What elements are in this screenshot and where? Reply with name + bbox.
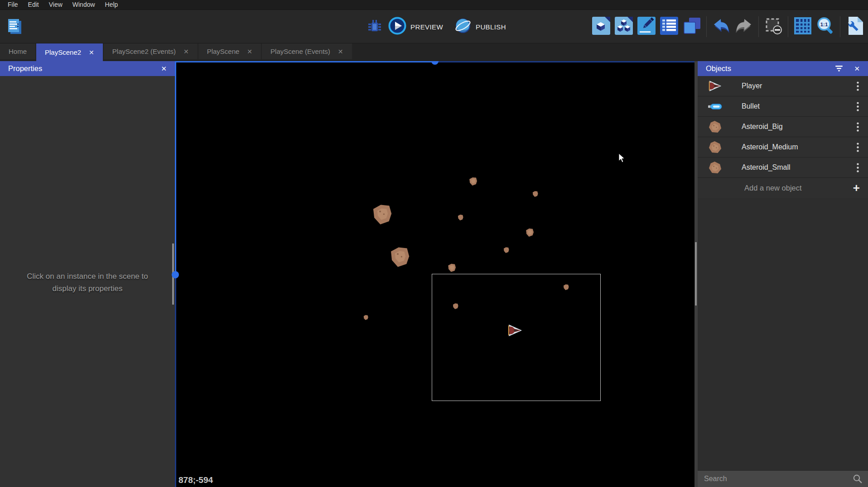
toolbar-right: 1:1 [591, 10, 865, 43]
properties-panel-header: Properties ✕ [0, 61, 175, 76]
object-name: Asteroid_Medium [742, 143, 798, 151]
toolbar-center: PREVIEW PUBLISH [364, 10, 514, 43]
tab-close-icon[interactable]: ✕ [89, 49, 94, 56]
filter-icon[interactable] [835, 65, 843, 72]
toolbar-separator [706, 16, 707, 37]
preview-button[interactable]: PREVIEW [388, 16, 443, 37]
tab-playscene2[interactable]: PlayScene2✕ [36, 43, 103, 61]
object-row-asteroid_medium[interactable]: Asteroid_Medium [698, 137, 868, 158]
player-ship-icon [707, 80, 723, 92]
instances-list-button[interactable] [659, 16, 680, 37]
plus-icon: + [853, 182, 860, 194]
undo-icon [711, 16, 731, 38]
add-new-object-button[interactable]: Add a new object + [698, 178, 868, 198]
tab-label: PlayScene2 [45, 48, 81, 56]
properties-panel: Properties ✕ Click on an instance in the… [0, 61, 175, 487]
debug-button[interactable] [364, 16, 385, 37]
object-name: Bullet [742, 102, 760, 110]
menu-item-help[interactable]: Help [100, 0, 123, 10]
object-row-asteroid_small[interactable]: Asteroid_Small [698, 158, 868, 178]
tab-playscene2-events-[interactable]: PlayScene2 (Events)✕ [104, 43, 198, 59]
objects-panel: Objects ✕ PlayerBulletAsteroid_BigAstero… [698, 61, 868, 487]
grid-icon [793, 16, 812, 37]
h-scrollbar-track-rest[interactable] [435, 61, 694, 62]
tab-label: PlayScene2 (Events) [112, 48, 176, 55]
camera-border [432, 274, 601, 401]
object-groups-icon [614, 16, 634, 38]
object-name: Player [742, 82, 762, 90]
project-manager-button[interactable] [5, 16, 25, 37]
objects-list: PlayerBulletAsteroid_BigAsteroid_MediumA… [698, 76, 868, 178]
svg-text:1:1: 1:1 [820, 22, 828, 27]
scene-canvas[interactable]: 878;-594 [175, 61, 694, 487]
tab-label: PlayScene (Events) [270, 48, 330, 55]
object-row-player[interactable]: Player [698, 76, 868, 96]
menu-item-window[interactable]: Window [68, 0, 100, 10]
menu-item-edit[interactable]: Edit [23, 0, 44, 10]
kebab-menu-icon[interactable] [857, 163, 859, 172]
tab-label: PlayScene [207, 48, 240, 55]
object-row-bullet[interactable]: Bullet [698, 96, 868, 117]
objects-panel-title: Objects [706, 64, 731, 73]
v-scrollbar-track-rest[interactable] [175, 275, 176, 487]
scene-properties-button[interactable] [844, 16, 865, 37]
kebab-menu-icon[interactable] [857, 122, 859, 132]
objects-panel-header: Objects ✕ [698, 61, 868, 76]
redo-icon [734, 16, 754, 38]
cursor-coordinates: 878;-594 [178, 475, 213, 485]
asteroid-icon [707, 120, 723, 134]
objects-search-bar [698, 470, 868, 487]
play-icon [388, 16, 407, 37]
bullet-icon [707, 102, 723, 111]
instances-list-icon [659, 16, 679, 38]
add-new-object-label: Add a new object [744, 184, 802, 192]
tab-playscene-events-[interactable]: PlayScene (Events)✕ [262, 43, 352, 59]
close-icon[interactable]: ✕ [161, 65, 167, 73]
kebab-menu-icon[interactable] [857, 81, 859, 91]
window-mask-icon [763, 16, 783, 38]
toolbar-separator [758, 16, 759, 37]
menu-bar: FileEditViewWindowHelp [0, 0, 868, 10]
layers-icon [682, 16, 702, 38]
window-mask-button[interactable] [763, 16, 784, 37]
redo-button[interactable] [733, 16, 754, 37]
object-groups-button[interactable] [613, 16, 634, 37]
asteroid-icon [707, 161, 723, 174]
layers-button[interactable] [681, 16, 702, 37]
v-scrollbar-track[interactable] [175, 61, 176, 275]
preview-label: PREVIEW [410, 23, 443, 31]
properties-edit-icon [637, 16, 656, 38]
search-icon [853, 474, 863, 484]
publish-button[interactable]: PUBLISH [454, 17, 506, 37]
tab-playscene[interactable]: PlayScene✕ [198, 43, 261, 59]
scene-properties-icon [846, 16, 864, 38]
undo-button[interactable] [711, 16, 732, 37]
object-row-asteroid_big[interactable]: Asteroid_Big [698, 117, 868, 137]
menu-item-file[interactable]: File [3, 0, 23, 10]
gdevelop-window: FileEditViewWindowHelp PREVIEW PUBLISH 1… [0, 0, 868, 487]
close-icon[interactable]: ✕ [854, 65, 860, 73]
canvas-scrollbar[interactable] [695, 242, 697, 306]
v-scroll-handle[interactable] [172, 271, 179, 278]
panel-divider[interactable] [694, 61, 698, 487]
zoom-1-1-button[interactable]: 1:1 [815, 16, 836, 37]
object-name: Asteroid_Small [742, 163, 791, 172]
objects-search-input[interactable] [698, 474, 853, 483]
publish-label: PUBLISH [476, 23, 506, 31]
kebab-menu-icon[interactable] [857, 102, 859, 111]
properties-edit-button[interactable] [636, 16, 657, 37]
menu-item-view[interactable]: View [44, 0, 68, 10]
tab-bar: HomePlayScene2✕PlayScene2 (Events)✕PlayS… [0, 43, 868, 61]
properties-panel-title: Properties [8, 64, 42, 73]
grid-button[interactable] [792, 16, 813, 37]
tab-close-icon[interactable]: ✕ [183, 48, 189, 55]
tab-close-icon[interactable]: ✕ [338, 48, 343, 55]
h-scrollbar-track[interactable] [175, 61, 435, 62]
toolbar: PREVIEW PUBLISH 1:1 [0, 10, 868, 43]
tab-home[interactable]: Home [0, 43, 35, 59]
zoom-1-1-icon: 1:1 [815, 16, 835, 38]
objects-editor-button[interactable] [591, 16, 612, 37]
kebab-menu-icon[interactable] [857, 143, 859, 152]
objects-editor-icon [591, 16, 611, 38]
tab-close-icon[interactable]: ✕ [247, 48, 252, 55]
